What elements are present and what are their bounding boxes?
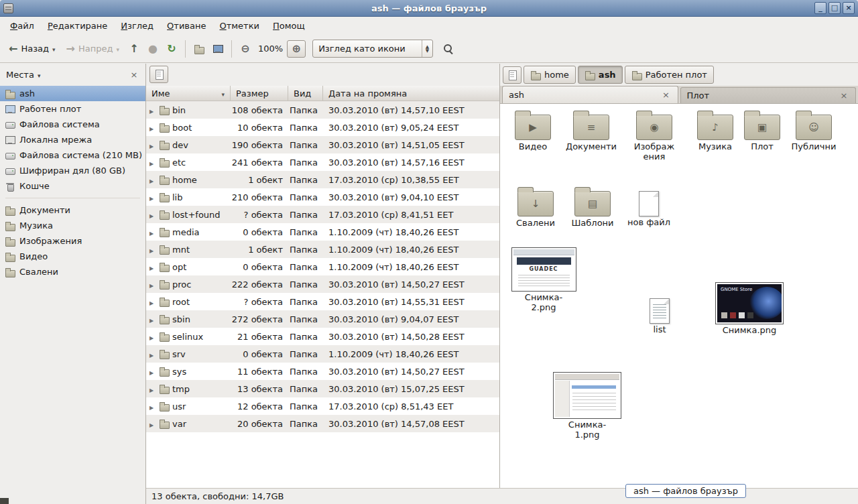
expander-icon[interactable] bbox=[149, 158, 156, 168]
icon-item-downloads[interactable]: ↓ Свалени bbox=[509, 183, 562, 229]
sidebar-item-encrypted[interactable]: Шифриран дял (80 GB) bbox=[0, 163, 145, 178]
forward-button[interactable]: → Напред bbox=[62, 40, 124, 58]
expander-icon[interactable] bbox=[149, 105, 156, 115]
expander-icon[interactable] bbox=[149, 245, 156, 255]
pathbar-button-desktop[interactable]: Работен плот bbox=[625, 66, 714, 84]
expander-icon[interactable] bbox=[149, 419, 156, 429]
pathbar-button-home[interactable]: home bbox=[524, 66, 576, 84]
table-row[interactable]: tmp 13 обекта Папка 30.03.2010 (вт) 15,0… bbox=[146, 380, 499, 397]
sidebar-item-desktop[interactable]: Работен плот bbox=[0, 101, 145, 117]
expander-icon[interactable] bbox=[149, 401, 156, 412]
expander-icon[interactable] bbox=[149, 227, 156, 237]
menu-go[interactable]: Отиване bbox=[160, 18, 212, 34]
expander-icon[interactable] bbox=[149, 140, 156, 150]
table-row[interactable]: opt 0 обекта Папка 1.10.2009 (чт) 18,40,… bbox=[146, 258, 499, 275]
menu-bookmarks[interactable]: Отметки bbox=[213, 18, 267, 34]
expander-icon[interactable] bbox=[149, 175, 156, 185]
icon-item-documents[interactable]: ≡ Документи bbox=[562, 107, 621, 152]
zoom-out-button[interactable]: ⊖ bbox=[237, 40, 254, 58]
tab-close-icon[interactable] bbox=[839, 90, 849, 101]
icon-item-desktop-folder[interactable]: ▣ Плот bbox=[743, 107, 782, 152]
sidebar-item-video[interactable]: Видео bbox=[0, 249, 145, 264]
sidebar-item-ash[interactable]: ash bbox=[0, 86, 145, 101]
sidebar-item-filesystem[interactable]: Файлова система bbox=[0, 117, 145, 132]
menu-edit[interactable]: Редактиране bbox=[41, 18, 114, 34]
icon-item-snimka2[interactable]: GUADEC Снимка-2.png bbox=[507, 247, 580, 313]
icon-item-new-file[interactable]: нов файл bbox=[623, 183, 674, 228]
close-button[interactable]: × bbox=[843, 2, 855, 14]
tab-close-icon[interactable] bbox=[661, 90, 672, 100]
sidebar-item-downloads[interactable]: Свалени bbox=[0, 264, 145, 279]
tab-desktop[interactable]: Плот bbox=[680, 87, 857, 103]
column-header-name[interactable]: Име bbox=[146, 86, 231, 101]
view-mode-select[interactable]: Изглед като икони ▲▼ bbox=[312, 40, 433, 58]
tab-ash[interactable]: ash bbox=[502, 86, 678, 103]
expander-icon[interactable] bbox=[149, 332, 156, 342]
expander-icon[interactable] bbox=[149, 367, 156, 377]
table-row[interactable]: usr 12 обекта Папка 17.03.2010 (ср) 8,51… bbox=[146, 397, 499, 415]
maximize-button[interactable]: □ bbox=[829, 2, 841, 14]
home-button[interactable] bbox=[190, 40, 208, 58]
minimize-button[interactable]: _ bbox=[814, 2, 826, 14]
expander-icon[interactable] bbox=[149, 192, 156, 202]
sidebar-close-icon[interactable] bbox=[129, 70, 139, 80]
table-row[interactable]: lib 210 обекта Папка 30.03.2010 (вт) 9,0… bbox=[146, 188, 499, 206]
table-row[interactable]: srv 0 обекта Папка 1.10.2009 (чт) 18,40,… bbox=[146, 345, 499, 363]
expander-icon[interactable] bbox=[149, 314, 156, 324]
sidebar-item-filesystem-210mb[interactable]: Файлова система (210 MB) bbox=[0, 147, 145, 163]
table-row[interactable]: root ? обекта Папка 30.03.2010 (вт) 14,5… bbox=[146, 293, 499, 310]
pathbar-root-button[interactable] bbox=[503, 66, 522, 84]
reload-button[interactable]: ↻ bbox=[163, 40, 180, 58]
table-row[interactable]: media 0 обекта Папка 1.10.2009 (чт) 18,4… bbox=[146, 223, 499, 241]
back-dropdown-icon[interactable] bbox=[52, 44, 56, 54]
back-button[interactable]: ← Назад bbox=[4, 40, 60, 58]
expander-icon[interactable] bbox=[149, 123, 156, 133]
pathbar-button-ash[interactable]: ash bbox=[578, 66, 623, 84]
table-row[interactable]: sbin 272 обекта Папка 30.03.2010 (вт) 9,… bbox=[146, 310, 499, 328]
icon-item-snimka1[interactable]: Снимка-1.png bbox=[544, 372, 630, 440]
column-header-size[interactable]: Размер bbox=[231, 86, 288, 101]
expander-icon[interactable] bbox=[149, 262, 156, 272]
menu-file[interactable]: Файл bbox=[3, 18, 41, 34]
icon-item-public[interactable]: ☺ Публични bbox=[784, 107, 843, 152]
sidebar-item-trash[interactable]: Кошче bbox=[0, 178, 145, 194]
location-bar-toggle-button[interactable] bbox=[149, 66, 168, 83]
column-header-type[interactable]: Вид bbox=[288, 86, 323, 101]
table-row[interactable]: etc 241 обекта Папка 30.03.2010 (вт) 14,… bbox=[146, 153, 499, 171]
icon-item-templates[interactable]: ▤ Шаблони bbox=[564, 183, 621, 229]
icon-item-snimka[interactable]: GNOME Store Снимка.png bbox=[708, 282, 791, 336]
icon-item-video[interactable]: ▶ Видео bbox=[507, 107, 559, 152]
table-row[interactable]: lost+found ? обекта Папка 17.03.2010 (ср… bbox=[146, 206, 499, 223]
icon-item-list-file[interactable]: list bbox=[635, 290, 684, 335]
sidebar-item-pictures[interactable]: Изображения bbox=[0, 233, 145, 249]
computer-icon bbox=[212, 44, 223, 54]
table-row[interactable]: bin 108 обекта Папка 30.03.2010 (вт) 14,… bbox=[146, 101, 499, 119]
sidebar-item-music[interactable]: Музика bbox=[0, 218, 145, 233]
menu-view[interactable]: Изглед bbox=[114, 18, 160, 34]
expander-icon[interactable] bbox=[149, 349, 156, 359]
expander-icon[interactable] bbox=[149, 297, 156, 307]
table-row[interactable]: proc 222 обекта Папка 30.03.2010 (вт) 14… bbox=[146, 275, 499, 293]
table-row[interactable]: sys 11 обекта Папка 30.03.2010 (вт) 14,5… bbox=[146, 363, 499, 380]
computer-button[interactable] bbox=[209, 40, 227, 58]
table-row[interactable]: boot 10 обекта Папка 30.03.2010 (вт) 9,0… bbox=[146, 119, 499, 136]
column-header-date[interactable]: Дата на промяна bbox=[323, 86, 499, 101]
sidebar-item-documents[interactable]: Документи bbox=[0, 202, 145, 218]
up-button[interactable]: ↑ bbox=[125, 40, 143, 58]
expander-icon[interactable] bbox=[149, 384, 156, 394]
table-row[interactable]: home 1 обект Папка 17.03.2010 (ср) 10,38… bbox=[146, 171, 499, 188]
table-row[interactable]: dev 190 обекта Папка 30.03.2010 (вт) 14,… bbox=[146, 136, 499, 153]
icon-item-pictures[interactable]: ◉ Изображения bbox=[625, 107, 684, 162]
expander-icon[interactable] bbox=[149, 279, 156, 290]
menu-help[interactable]: Помощ bbox=[266, 18, 312, 34]
chevron-down-icon[interactable] bbox=[38, 70, 41, 80]
zoom-in-button[interactable]: ⊕ bbox=[287, 40, 306, 58]
table-row[interactable]: var 20 обекта Папка 30.03.2010 (вт) 14,5… bbox=[146, 415, 499, 432]
search-button[interactable] bbox=[440, 40, 457, 58]
table-row[interactable]: selinux 21 обекта Папка 30.03.2010 (вт) … bbox=[146, 328, 499, 345]
table-row[interactable]: mnt 1 обект Папка 1.10.2009 (чт) 18,40,2… bbox=[146, 241, 499, 258]
sidebar-item-network[interactable]: Локална мрежа bbox=[0, 132, 145, 147]
icon-item-music[interactable]: ♪ Музика bbox=[689, 107, 741, 152]
stop-button[interactable]: ● bbox=[144, 40, 162, 58]
expander-icon[interactable] bbox=[149, 210, 156, 220]
